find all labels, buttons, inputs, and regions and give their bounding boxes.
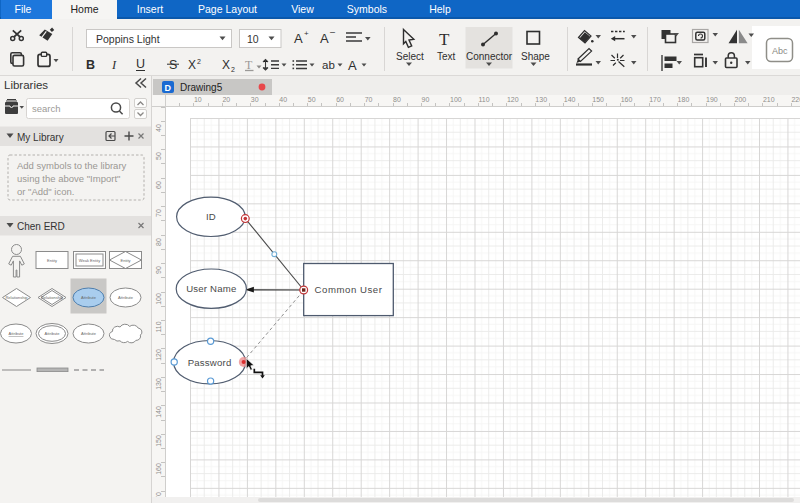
svg-text:B: B <box>86 58 95 72</box>
svg-text:Relationship: Relationship <box>5 295 28 300</box>
svg-text:User Name: User Name <box>186 283 236 294</box>
svg-text:Drawing5: Drawing5 <box>180 82 223 93</box>
svg-text:Shape: Shape <box>521 51 550 62</box>
svg-text:T: T <box>439 30 450 49</box>
svg-text:search: search <box>32 103 61 114</box>
svg-text:Common User: Common User <box>315 284 383 295</box>
svg-text:Add symbols to the library: Add symbols to the library <box>17 160 127 171</box>
svg-text:Entity: Entity <box>120 258 130 263</box>
svg-text:Attribute: Attribute <box>9 331 25 336</box>
svg-text:or "Add" icon.: or "Add" icon. <box>17 186 74 197</box>
svg-text:2: 2 <box>231 66 235 73</box>
svg-text:Poppins Light: Poppins Light <box>96 33 160 45</box>
svg-text:Attribute: Attribute <box>45 331 61 336</box>
svg-text:Entity: Entity <box>47 258 57 263</box>
svg-text:D: D <box>165 82 172 92</box>
svg-text:Text: Text <box>437 51 456 62</box>
svg-text:A: A <box>320 31 329 46</box>
svg-text:T: T <box>245 58 253 72</box>
svg-text:Password: Password <box>188 357 232 368</box>
svg-text:2: 2 <box>197 58 201 65</box>
svg-text:X: X <box>188 58 196 72</box>
svg-text:Abc: Abc <box>772 46 788 56</box>
svg-text:A: A <box>294 31 303 46</box>
svg-text:Attribute: Attribute <box>81 331 97 336</box>
svg-text:Chen ERD: Chen ERD <box>17 221 65 232</box>
svg-text:+: + <box>304 29 309 38</box>
svg-text:I: I <box>111 58 117 72</box>
svg-text:X: X <box>222 58 230 72</box>
svg-text:Connector: Connector <box>466 51 513 62</box>
svg-text:Select: Select <box>396 51 424 62</box>
svg-text:Weak Entity: Weak Entity <box>79 258 100 263</box>
svg-text:using the above "Import": using the above "Import" <box>17 173 120 184</box>
svg-text:S: S <box>169 58 177 72</box>
svg-text:ID: ID <box>206 211 216 222</box>
svg-text:–: – <box>330 27 335 37</box>
svg-text:10: 10 <box>247 33 259 45</box>
svg-text:My Library: My Library <box>17 132 64 143</box>
svg-text:A: A <box>348 58 357 73</box>
svg-text:Relationship: Relationship <box>41 295 64 300</box>
svg-text:Libraries: Libraries <box>4 79 48 91</box>
svg-text:U: U <box>136 57 145 71</box>
svg-text:Attribute: Attribute <box>81 295 97 300</box>
svg-text:ab: ab <box>322 59 335 71</box>
svg-text:Attribute: Attribute <box>118 295 134 300</box>
